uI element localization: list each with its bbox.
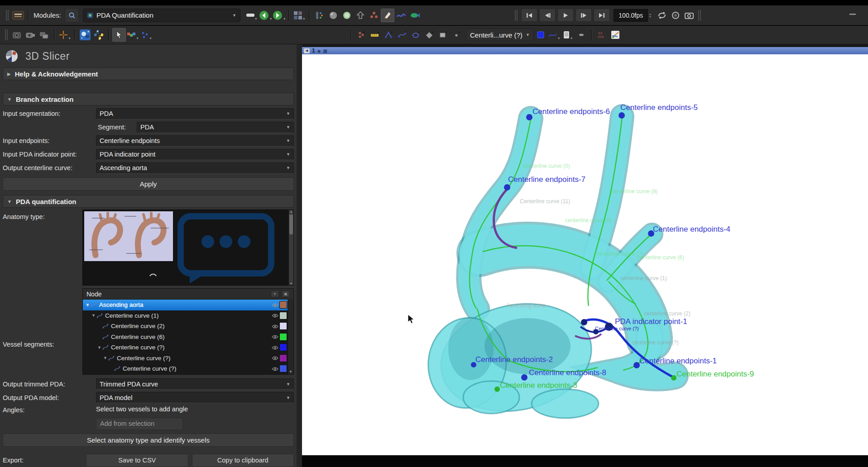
module-back-button[interactable]: ▾ (259, 9, 272, 22)
seq-next-button[interactable] (575, 9, 592, 22)
crosshair-icon[interactable]: ▾ (58, 28, 72, 42)
endpoint-control-point[interactable] (593, 329, 599, 334)
visibility-eye-icon[interactable] (272, 302, 279, 308)
color-swatch[interactable] (279, 301, 287, 309)
adjust-window-level-icon[interactable]: ▾ (126, 28, 139, 42)
tree-row-4[interactable]: ▼Centerline curve (?) (83, 342, 293, 353)
color-swatch[interactable] (279, 365, 287, 372)
color-swatch[interactable] (279, 322, 287, 330)
markups-open-curve-button[interactable] (395, 28, 409, 42)
load-data-icon[interactable] (354, 9, 367, 22)
loop-icon[interactable] (655, 9, 669, 22)
visibility-eye-icon[interactable] (272, 334, 279, 339)
endpoint-control-point[interactable] (471, 362, 476, 367)
scroll-up-icon[interactable]: ▲ (289, 210, 293, 213)
visibility-eye-icon[interactable] (272, 313, 279, 318)
plot-chart-icon[interactable] (609, 28, 622, 42)
scene-view-camera-icon[interactable] (24, 28, 38, 42)
view-pin-icon[interactable]: ◀ (304, 48, 310, 53)
toolbar-grip[interactable] (6, 10, 9, 21)
wave-icon[interactable] (394, 9, 408, 22)
volume-sphere-icon[interactable] (340, 9, 354, 22)
expander-icon[interactable]: ▼ (91, 313, 96, 318)
active-markups-node-selector[interactable]: Centerli...urve (?) ▼ (466, 29, 534, 41)
toolbar-grip[interactable] (5, 29, 8, 40)
markups-angle-button[interactable] (382, 28, 395, 42)
markups-roi-button[interactable] (436, 28, 450, 42)
seq-first-button[interactable] (521, 9, 537, 22)
tree-row-0[interactable]: ▼Ascending aorta (83, 300, 293, 310)
more-options-button[interactable] (575, 28, 588, 42)
endpoint-control-point[interactable] (671, 375, 676, 381)
capture-view-icon[interactable] (10, 28, 24, 42)
dicom-browser-icon[interactable] (313, 9, 326, 22)
module-selector[interactable]: PDA Quantification ▼ (83, 9, 240, 22)
markups-line-button[interactable] (368, 28, 382, 42)
curve-type-button[interactable]: ▾ (547, 28, 561, 42)
marker-pen-icon[interactable] (381, 9, 394, 22)
view-controller-bar[interactable]: ◀ 1 ◈ ▦ (302, 47, 868, 54)
output-centerline-combobox[interactable]: Ascending aorta ▼ (96, 162, 294, 174)
identify-vessels-button[interactable]: Select anatomy type and identify vessels (3, 434, 294, 447)
visibility-eye-icon[interactable] (272, 366, 279, 372)
view-layout-grid-icon[interactable]: ▦ (323, 48, 327, 53)
seq-play-button[interactable] (557, 9, 574, 22)
expander-icon[interactable]: ▼ (85, 303, 91, 307)
output-trimmed-combobox[interactable]: Trimmed PDA curve ▼ (96, 378, 294, 390)
help-acknowledgement-section[interactable]: ▶ Help & Acknowledgement (3, 67, 294, 80)
color-swatch[interactable] (279, 354, 287, 362)
data-sphere-icon[interactable] (326, 9, 340, 22)
endpoint-control-point[interactable] (605, 323, 613, 331)
toolbar-grip[interactable] (515, 10, 518, 21)
markups-fiducial-button[interactable] (450, 28, 463, 42)
markups-list-button[interactable]: ▾ (561, 28, 575, 42)
tree-row-3[interactable]: Centerline curve (6) (83, 332, 293, 343)
endpoint-control-point[interactable] (494, 386, 500, 392)
add-from-selection-button[interactable]: Add from selection (96, 418, 183, 430)
color-swatch[interactable] (279, 343, 287, 351)
record-icon[interactable] (669, 9, 682, 22)
markups-closed-curve-button[interactable] (409, 28, 422, 42)
expander-icon[interactable]: ▼ (102, 356, 108, 360)
output-model-combobox[interactable]: PDA model ▼ (96, 392, 294, 403)
input-endpoints-combobox[interactable]: Centerline endpoints ▼ (96, 135, 294, 147)
endpoint-control-point[interactable] (648, 230, 654, 237)
copy-to-clipboard-button[interactable]: Copy to clipboard (192, 454, 294, 467)
endpoint-control-point[interactable] (504, 184, 510, 191)
endpoint-control-point[interactable] (619, 112, 625, 119)
apply-button[interactable]: Apply (3, 177, 294, 191)
input-segmentation-combobox[interactable]: PDA ▼ (96, 108, 294, 119)
scene-views-stack-icon[interactable] (38, 28, 51, 42)
mouse-interaction-button[interactable] (112, 28, 126, 42)
branch-extraction-section[interactable]: ▼ Branch extraction (3, 93, 294, 105)
fps-spinner[interactable]: ▲▼ (649, 13, 652, 18)
screenshot-camera-icon[interactable] (682, 9, 696, 22)
python-console-icon[interactable] (92, 28, 106, 42)
tree-row-5[interactable]: ▼Centerline curve (?) (83, 353, 293, 364)
input-pda-indicator-combobox[interactable]: PDA indicator point ▼ (96, 149, 294, 160)
pda-quantification-section[interactable]: ▼ PDA quantification (3, 195, 294, 208)
seq-prev-button[interactable] (539, 9, 556, 22)
tree-scrollbar[interactable]: ▼ (288, 299, 293, 374)
scroll-down-icon[interactable]: ▼ (289, 282, 293, 285)
visibility-eye-icon[interactable] (272, 355, 279, 361)
endpoint-control-point[interactable] (521, 374, 528, 381)
fish-icon[interactable] (408, 9, 422, 22)
extensions-manager-icon[interactable] (78, 28, 92, 42)
markups-plane-button[interactable] (422, 28, 436, 42)
endpoint-control-point[interactable] (581, 319, 587, 325)
tree-row-6[interactable]: Centerline curve (?) (83, 363, 293, 374)
color-swatch[interactable] (279, 312, 287, 319)
view-pushpin-icon[interactable]: ◈ (317, 48, 321, 53)
anatomy-type-selector[interactable]: ▲ ▼ (82, 210, 294, 286)
markups-point-list-button[interactable] (355, 28, 368, 42)
place-points-mode-icon[interactable]: ▾ (139, 28, 153, 42)
module-history-button[interactable]: ▾ (245, 9, 259, 22)
scroll-down-icon[interactable]: ▼ (288, 370, 293, 374)
tree-header-lock-button[interactable]: ▣ (282, 291, 290, 297)
measurements-icon[interactable]: XXXXX (595, 28, 609, 42)
tree-row-2[interactable]: Centerline curve (2) (83, 321, 293, 332)
molecules-icon[interactable] (367, 9, 381, 22)
fps-spinbox[interactable]: 100.0fps (614, 9, 648, 22)
segment-combobox[interactable]: PDA ▼ (137, 122, 294, 133)
